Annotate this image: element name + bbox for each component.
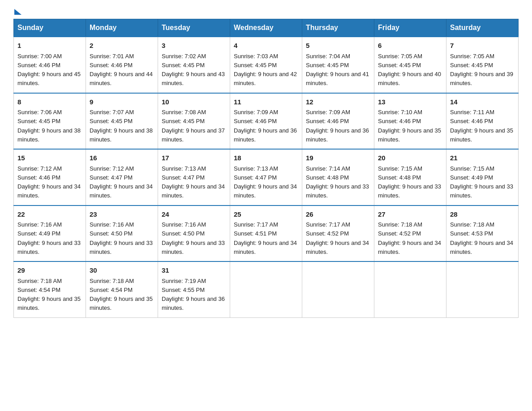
calendar-cell: 31Sunrise: 7:19 AMSunset: 4:55 PMDayligh…: [158, 261, 230, 317]
day-number: 21: [450, 153, 515, 163]
day-number: 23: [90, 210, 154, 220]
day-info: Sunrise: 7:05 AMSunset: 4:45 PMDaylight:…: [378, 53, 441, 87]
calendar-week-row: 15Sunrise: 7:12 AMSunset: 4:46 PMDayligh…: [14, 149, 519, 206]
column-header-thursday: Thursday: [302, 19, 374, 37]
calendar-cell: 27Sunrise: 7:18 AMSunset: 4:52 PMDayligh…: [374, 206, 446, 262]
calendar-cell: 26Sunrise: 7:17 AMSunset: 4:52 PMDayligh…: [302, 206, 374, 262]
day-number: 12: [306, 97, 370, 107]
calendar-cell: 3Sunrise: 7:02 AMSunset: 4:45 PMDaylight…: [158, 37, 230, 93]
page-header: [13, 9, 519, 11]
column-header-friday: Friday: [374, 19, 446, 37]
calendar-header-row: SundayMondayTuesdayWednesdayThursdayFrid…: [14, 19, 519, 37]
day-info: Sunrise: 7:00 AMSunset: 4:46 PMDaylight:…: [17, 53, 81, 87]
day-number: 6: [378, 41, 442, 51]
calendar-cell: [446, 261, 519, 317]
day-info: Sunrise: 7:04 AMSunset: 4:45 PMDaylight:…: [306, 53, 369, 87]
calendar-cell: 29Sunrise: 7:18 AMSunset: 4:54 PMDayligh…: [14, 261, 86, 317]
calendar-cell: 28Sunrise: 7:18 AMSunset: 4:53 PMDayligh…: [446, 206, 519, 262]
day-info: Sunrise: 7:12 AMSunset: 4:47 PMDaylight:…: [90, 165, 153, 199]
calendar-week-row: 29Sunrise: 7:18 AMSunset: 4:54 PMDayligh…: [14, 261, 519, 317]
day-number: 17: [162, 153, 226, 163]
calendar-cell: 24Sunrise: 7:16 AMSunset: 4:50 PMDayligh…: [158, 206, 230, 262]
day-info: Sunrise: 7:18 AMSunset: 4:54 PMDaylight:…: [90, 278, 153, 312]
day-number: 14: [450, 97, 515, 107]
day-info: Sunrise: 7:15 AMSunset: 4:48 PMDaylight:…: [378, 165, 441, 199]
calendar-cell: 25Sunrise: 7:17 AMSunset: 4:51 PMDayligh…: [230, 206, 302, 262]
calendar-cell: 9Sunrise: 7:07 AMSunset: 4:45 PMDaylight…: [86, 93, 158, 150]
column-header-saturday: Saturday: [446, 19, 519, 37]
day-number: 7: [450, 41, 515, 51]
day-number: 29: [17, 265, 82, 276]
column-header-sunday: Sunday: [14, 19, 86, 37]
calendar-cell: 18Sunrise: 7:13 AMSunset: 4:47 PMDayligh…: [230, 149, 302, 206]
calendar-cell: 19Sunrise: 7:14 AMSunset: 4:48 PMDayligh…: [302, 149, 374, 206]
column-header-wednesday: Wednesday: [230, 19, 302, 37]
calendar-cell: 4Sunrise: 7:03 AMSunset: 4:45 PMDaylight…: [230, 37, 302, 93]
day-info: Sunrise: 7:12 AMSunset: 4:46 PMDaylight:…: [17, 165, 81, 199]
calendar-cell: 10Sunrise: 7:08 AMSunset: 4:45 PMDayligh…: [158, 93, 230, 150]
calendar-cell: 21Sunrise: 7:15 AMSunset: 4:49 PMDayligh…: [446, 149, 519, 206]
day-number: 13: [378, 97, 442, 107]
day-info: Sunrise: 7:03 AMSunset: 4:45 PMDaylight:…: [234, 53, 297, 87]
day-number: 1: [17, 41, 82, 51]
calendar-cell: 23Sunrise: 7:16 AMSunset: 4:50 PMDayligh…: [86, 206, 158, 262]
day-number: 27: [378, 210, 442, 220]
day-info: Sunrise: 7:08 AMSunset: 4:45 PMDaylight:…: [162, 109, 225, 143]
day-number: 9: [90, 97, 154, 107]
day-info: Sunrise: 7:18 AMSunset: 4:53 PMDaylight:…: [450, 221, 513, 255]
calendar-cell: 13Sunrise: 7:10 AMSunset: 4:46 PMDayligh…: [374, 93, 446, 150]
day-number: 20: [378, 153, 442, 163]
day-number: 24: [162, 210, 226, 220]
day-info: Sunrise: 7:16 AMSunset: 4:50 PMDaylight:…: [162, 221, 225, 255]
calendar-cell: 12Sunrise: 7:09 AMSunset: 4:46 PMDayligh…: [302, 93, 374, 150]
calendar-cell: 11Sunrise: 7:09 AMSunset: 4:46 PMDayligh…: [230, 93, 302, 150]
day-info: Sunrise: 7:10 AMSunset: 4:46 PMDaylight:…: [378, 109, 441, 143]
day-number: 31: [162, 265, 226, 276]
calendar-cell: [374, 261, 446, 317]
day-info: Sunrise: 7:02 AMSunset: 4:45 PMDaylight:…: [162, 53, 225, 87]
day-info: Sunrise: 7:11 AMSunset: 4:46 PMDaylight:…: [450, 109, 513, 143]
day-number: 28: [450, 210, 515, 220]
day-number: 15: [17, 153, 82, 163]
calendar-week-row: 8Sunrise: 7:06 AMSunset: 4:45 PMDaylight…: [14, 93, 519, 150]
day-number: 30: [90, 265, 154, 276]
calendar-cell: 6Sunrise: 7:05 AMSunset: 4:45 PMDaylight…: [374, 37, 446, 93]
calendar-cell: 1Sunrise: 7:00 AMSunset: 4:46 PMDaylight…: [14, 37, 86, 93]
calendar-week-row: 1Sunrise: 7:00 AMSunset: 4:46 PMDaylight…: [14, 37, 519, 93]
calendar-table: SundayMondayTuesdayWednesdayThursdayFrid…: [13, 19, 519, 318]
day-info: Sunrise: 7:13 AMSunset: 4:47 PMDaylight:…: [162, 165, 225, 199]
day-info: Sunrise: 7:09 AMSunset: 4:46 PMDaylight:…: [306, 109, 369, 143]
calendar-cell: 17Sunrise: 7:13 AMSunset: 4:47 PMDayligh…: [158, 149, 230, 206]
calendar-cell: 22Sunrise: 7:16 AMSunset: 4:49 PMDayligh…: [14, 206, 86, 262]
day-number: 5: [306, 41, 370, 51]
day-info: Sunrise: 7:19 AMSunset: 4:55 PMDaylight:…: [162, 278, 225, 312]
column-header-monday: Monday: [86, 19, 158, 37]
day-info: Sunrise: 7:01 AMSunset: 4:46 PMDaylight:…: [90, 53, 153, 87]
day-number: 4: [234, 41, 298, 51]
day-number: 8: [17, 97, 82, 107]
day-number: 19: [306, 153, 370, 163]
logo: [13, 9, 21, 11]
day-info: Sunrise: 7:16 AMSunset: 4:50 PMDaylight:…: [90, 221, 153, 255]
logo-arrow-icon: [14, 9, 21, 15]
calendar-cell: 8Sunrise: 7:06 AMSunset: 4:45 PMDaylight…: [14, 93, 86, 150]
day-info: Sunrise: 7:16 AMSunset: 4:49 PMDaylight:…: [17, 221, 81, 255]
calendar-cell: [230, 261, 302, 317]
day-number: 18: [234, 153, 298, 163]
day-info: Sunrise: 7:18 AMSunset: 4:54 PMDaylight:…: [17, 278, 81, 312]
calendar-cell: 30Sunrise: 7:18 AMSunset: 4:54 PMDayligh…: [86, 261, 158, 317]
day-number: 25: [234, 210, 298, 220]
day-info: Sunrise: 7:14 AMSunset: 4:48 PMDaylight:…: [306, 165, 369, 199]
day-number: 16: [90, 153, 154, 163]
day-info: Sunrise: 7:13 AMSunset: 4:47 PMDaylight:…: [234, 165, 297, 199]
day-info: Sunrise: 7:18 AMSunset: 4:52 PMDaylight:…: [378, 221, 441, 255]
day-number: 22: [17, 210, 82, 220]
calendar-cell: 2Sunrise: 7:01 AMSunset: 4:46 PMDaylight…: [86, 37, 158, 93]
column-header-tuesday: Tuesday: [158, 19, 230, 37]
day-info: Sunrise: 7:07 AMSunset: 4:45 PMDaylight:…: [90, 109, 153, 143]
calendar-cell: 5Sunrise: 7:04 AMSunset: 4:45 PMDaylight…: [302, 37, 374, 93]
day-info: Sunrise: 7:17 AMSunset: 4:52 PMDaylight:…: [306, 221, 369, 255]
day-info: Sunrise: 7:05 AMSunset: 4:45 PMDaylight:…: [450, 53, 513, 87]
day-number: 26: [306, 210, 370, 220]
day-number: 2: [90, 41, 154, 51]
